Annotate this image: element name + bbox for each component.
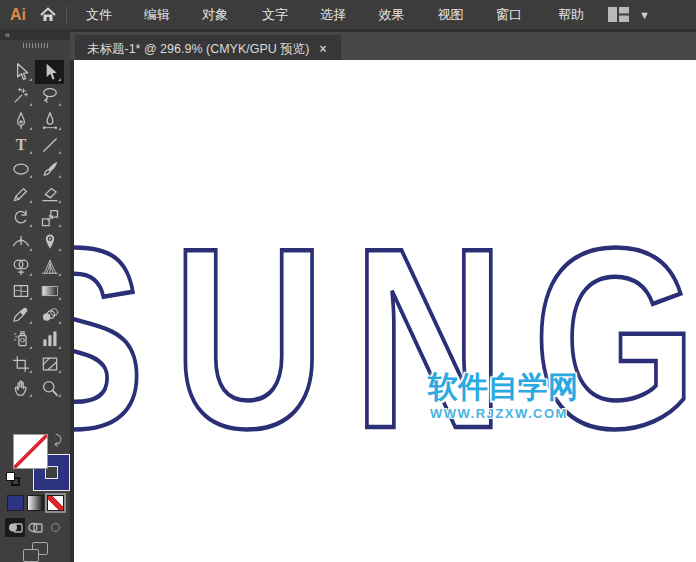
canvas-artboard[interactable]: SUNG 软件自学网 WWW.RJZXW.COM <box>74 60 696 562</box>
tool-eraser-icon[interactable] <box>35 181 64 205</box>
menu-list: 文件(F)编辑(E)对象(O)文字(T)选择(S)效果(C)视图(V)窗口(W)… <box>77 0 608 29</box>
tool-selection-icon[interactable] <box>6 60 35 84</box>
workspace-layout-icon <box>608 7 629 22</box>
menu-item-5[interactable]: 效果(C) <box>369 0 428 29</box>
document-tab[interactable]: 未标题-1* @ 296.9% (CMYK/GPU 预览) × <box>75 35 341 63</box>
tool-symbol-sprayer-icon[interactable] <box>6 327 35 351</box>
menu-item-3[interactable]: 文字(T) <box>253 0 311 29</box>
svg-text:T: T <box>15 136 26 153</box>
menu-item-0[interactable]: 文件(F) <box>77 0 135 29</box>
tool-type-icon[interactable]: T <box>6 133 35 157</box>
menu-item-6[interactable]: 视图(V) <box>429 0 488 29</box>
swap-fill-stroke-icon[interactable]: ⤸ <box>54 432 62 448</box>
drawing-modes-row <box>5 518 65 537</box>
tool-hand-icon[interactable] <box>6 376 35 400</box>
app-logo[interactable]: Ai <box>10 6 26 24</box>
fill-none-swatch[interactable] <box>13 434 48 469</box>
color-button[interactable] <box>7 495 24 511</box>
gradient-button[interactable] <box>27 495 44 511</box>
tool-ellipse-icon[interactable] <box>6 157 35 181</box>
illustrator-window: Ai 文件(F)编辑(E)对象(O)文字(T)选择(S)效果(C)视图(V)窗口… <box>0 0 696 562</box>
tools-panel-header: « <box>0 29 70 40</box>
watermark-url: WWW.RJZXW.COM <box>430 406 658 421</box>
document-tab-bar: 未标题-1* @ 296.9% (CMYK/GPU 预览) × <box>70 29 696 60</box>
tool-eyedropper-icon[interactable] <box>6 303 35 327</box>
paint-style-row <box>7 495 64 511</box>
menu-item-8[interactable]: 帮助(H) <box>549 0 608 29</box>
tool-zoom-icon[interactable] <box>35 376 64 400</box>
workspace-switcher[interactable]: ▼ <box>608 7 650 22</box>
default-fill-stroke-icon[interactable] <box>6 472 20 486</box>
document-tab-title: 未标题-1* @ 296.9% (CMYK/GPU 预览) <box>87 41 309 58</box>
tool-paintbrush-icon[interactable] <box>35 157 64 181</box>
tool-magic-wand-icon[interactable] <box>6 84 35 108</box>
tool-curvature-icon[interactable] <box>35 109 64 133</box>
tool-scale-icon[interactable] <box>35 206 64 230</box>
tool-shape-builder-icon[interactable] <box>6 254 35 278</box>
tool-pencil-icon[interactable] <box>6 181 35 205</box>
artwork-word: SUNG <box>74 194 696 482</box>
tool-lasso-icon[interactable] <box>35 84 64 108</box>
draw-behind-icon[interactable] <box>25 518 45 537</box>
watermark-title: 软件自学网 <box>428 372 658 402</box>
menu-item-1[interactable]: 编辑(E) <box>135 0 194 29</box>
tool-puppet-warp-icon[interactable] <box>35 230 64 254</box>
tool-perspective-grid-icon[interactable] <box>35 254 64 278</box>
screen-mode-icon[interactable] <box>23 542 49 562</box>
tool-line-segment-icon[interactable] <box>35 133 64 157</box>
tools-grid: T <box>6 60 64 400</box>
none-button[interactable] <box>47 495 64 511</box>
tools-panel: « T ⤸ <box>0 29 70 562</box>
tab-close-icon[interactable]: × <box>319 42 326 56</box>
watermark: 软件自学网 WWW.RJZXW.COM <box>428 372 658 421</box>
tool-blend-icon[interactable] <box>35 303 64 327</box>
draw-normal-icon[interactable] <box>5 518 25 537</box>
tool-width-icon[interactable] <box>6 230 35 254</box>
panel-gripper-icon[interactable] <box>23 43 48 48</box>
artwork-outline-text: SUNG <box>74 60 696 562</box>
draw-inside-icon[interactable] <box>45 518 65 537</box>
tool-pen-icon[interactable] <box>6 109 35 133</box>
menu-separator <box>66 6 67 24</box>
collapse-panel-icon[interactable]: « <box>5 30 9 40</box>
home-icon[interactable] <box>40 7 56 22</box>
menu-item-7[interactable]: 窗口(W) <box>487 0 549 29</box>
chevron-down-icon: ▼ <box>639 9 650 21</box>
fill-stroke-proxies: ⤸ <box>0 429 70 491</box>
tool-rotate-icon[interactable] <box>6 206 35 230</box>
menu-item-4[interactable]: 选择(S) <box>311 0 370 29</box>
tool-direct-selection-icon[interactable] <box>35 60 64 84</box>
tool-column-graph-icon[interactable] <box>35 327 64 351</box>
menu-item-2[interactable]: 对象(O) <box>193 0 253 29</box>
tool-slice-icon[interactable] <box>35 352 64 376</box>
tool-artboard-icon[interactable] <box>6 352 35 376</box>
menu-bar: Ai 文件(F)编辑(E)对象(O)文字(T)选择(S)效果(C)视图(V)窗口… <box>0 0 696 29</box>
tool-mesh-icon[interactable] <box>6 279 35 303</box>
tool-gradient-icon[interactable] <box>35 279 64 303</box>
